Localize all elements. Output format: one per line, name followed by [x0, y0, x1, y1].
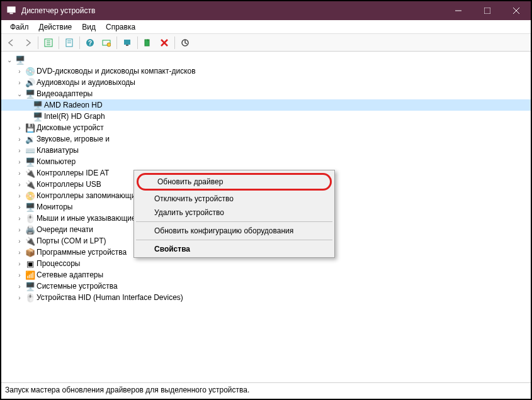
device-label: Intel(R) HD Graph	[44, 112, 105, 121]
chevron-right-icon[interactable]: ›	[15, 123, 24, 132]
chevron-right-icon[interactable]: ›	[15, 259, 24, 268]
chevron-right-icon[interactable]: ›	[15, 214, 24, 223]
category-label: Видеоадаптеры	[37, 89, 93, 98]
toolbar: ?	[1, 34, 531, 52]
show-hide-tree-button[interactable]	[41, 35, 56, 50]
category-label: Процессоры	[37, 259, 81, 268]
category-label: Системные устройства	[37, 282, 118, 291]
menu-view[interactable]: Вид	[77, 21, 101, 33]
keyboard-icon: ⌨️	[25, 145, 35, 155]
chevron-right-icon[interactable]: ›	[15, 180, 24, 189]
chevron-right-icon[interactable]: ›	[15, 203, 24, 211]
disk-icon: 💾	[25, 123, 35, 133]
chevron-right-icon[interactable]: ›	[15, 191, 24, 200]
chevron-right-icon[interactable]: ›	[15, 248, 24, 257]
tree-category-dvd[interactable]: ›💿DVD-дисководы и дисководы компакт-диск…	[1, 65, 531, 77]
chevron-down-icon[interactable]: ⌄	[5, 55, 14, 64]
tree-category-computer[interactable]: ›🖥️Компьютер	[1, 156, 531, 167]
category-label: Контроллеры USB	[37, 180, 101, 189]
uninstall-device-button[interactable]	[157, 35, 172, 50]
minimize-button[interactable]	[444, 1, 473, 20]
chevron-down-icon[interactable]: ⌄	[15, 89, 24, 98]
display-adapter-icon: 🖥️	[33, 111, 43, 121]
window-controls	[444, 1, 531, 20]
back-button[interactable]	[4, 35, 19, 50]
category-label: Клавиатуры	[37, 146, 79, 155]
chevron-right-icon[interactable]: ›	[15, 293, 24, 302]
category-label: DVD-дисководы и дисководы компакт-дисков	[37, 67, 196, 75]
tree-category-cpu[interactable]: ›▣Процессоры	[1, 258, 531, 269]
network-icon: 📶	[25, 270, 35, 280]
app-icon	[6, 6, 16, 16]
statusbar-text: Запуск мастера обновления драйверов для …	[5, 386, 249, 394]
usb-icon: 🔌	[25, 179, 35, 189]
tree-category-hid[interactable]: ›🖱️Устройства HID (Human Interface Devic…	[1, 292, 531, 303]
chevron-right-icon[interactable]: ›	[15, 169, 24, 177]
system-device-icon: 🖥️	[25, 281, 35, 291]
tree-category-audio[interactable]: ›🔊Аудиовходы и аудиовыходы	[1, 77, 531, 88]
context-menu: Обновить драйвер Отключить устройство Уд…	[133, 170, 335, 258]
chevron-right-icon[interactable]: ›	[15, 135, 24, 143]
software-device-icon: 📦	[25, 247, 35, 257]
hid-icon: 🖱️	[25, 292, 35, 303]
dvd-icon: 💿	[25, 66, 35, 76]
category-label: Устройства HID (Human Interface Devices)	[37, 293, 183, 302]
chevron-right-icon[interactable]: ›	[15, 67, 24, 75]
ctx-disable-device[interactable]: Отключить устройство	[135, 192, 333, 206]
chevron-right-icon[interactable]: ›	[15, 282, 24, 291]
tree-category-video[interactable]: ⌄🖥️Видеоадаптеры	[1, 88, 531, 99]
window-title: Диспетчер устройств	[21, 6, 444, 15]
sound-icon: 🔉	[25, 134, 35, 144]
properties-button[interactable]	[62, 35, 77, 50]
tree-category-sound[interactable]: ›🔉Звуковые, игровые и	[1, 133, 531, 145]
svg-rect-1	[9, 13, 13, 14]
tree-device-amd[interactable]: 🖥️AMD Radeon HD	[1, 99, 531, 111]
display-adapter-icon: 🖥️	[25, 89, 35, 99]
ctx-uninstall-device[interactable]: Удалить устройство	[135, 206, 333, 219]
monitor-icon: 🖥️	[25, 202, 35, 212]
mouse-icon: 🖱️	[25, 213, 35, 223]
ctx-separator	[136, 240, 332, 240]
chevron-right-icon[interactable]: ›	[15, 225, 24, 234]
ctx-update-driver[interactable]: Обновить драйвер	[137, 173, 332, 191]
category-label: Звуковые, игровые и	[37, 135, 110, 143]
tree-device-intel[interactable]: 🖥️Intel(R) HD Graph	[1, 111, 531, 122]
forward-button[interactable]	[20, 35, 35, 50]
computer-icon: 🖥️	[15, 55, 25, 65]
audio-icon: 🔊	[25, 77, 35, 87]
help-button[interactable]: ?	[82, 35, 98, 50]
maximize-button[interactable]	[473, 1, 502, 20]
refresh-icon-button[interactable]	[178, 35, 193, 50]
ctx-properties[interactable]: Свойства	[135, 242, 333, 256]
menu-help[interactable]: Справка	[101, 21, 140, 33]
chevron-right-icon[interactable]: ›	[15, 146, 24, 155]
category-label: Контроллеры IDE AT	[37, 169, 109, 177]
tree-category-system[interactable]: ›🖥️Системные устройства	[1, 281, 531, 292]
chevron-right-icon[interactable]: ›	[15, 157, 24, 166]
printer-icon: 🖨️	[25, 225, 35, 235]
tree-category-net[interactable]: ›📶Сетевые адаптеры	[1, 269, 531, 281]
chevron-right-icon[interactable]: ›	[15, 236, 24, 245]
statusbar: Запуск мастера обновления драйверов для …	[1, 382, 531, 396]
svg-text:?: ?	[88, 40, 92, 47]
update-driver-button[interactable]	[120, 35, 135, 50]
close-button[interactable]	[502, 1, 531, 20]
category-label: Порты (COM и LPT)	[37, 236, 106, 245]
disable-device-button[interactable]	[140, 35, 156, 50]
menu-action[interactable]: Действие	[34, 21, 77, 33]
titlebar: Диспетчер устройств	[1, 1, 531, 20]
device-label: AMD Radeon HD	[44, 101, 103, 109]
ctx-scan-hardware[interactable]: Обновить конфигурацию оборудования	[135, 224, 333, 238]
tree-category-keyboard[interactable]: ›⌨️Клавиатуры	[1, 145, 531, 156]
category-label: Дисковые устройст	[37, 123, 104, 132]
ide-controller-icon: 🔌	[25, 168, 35, 178]
scan-hardware-button[interactable]	[99, 35, 114, 50]
computer-icon: 🖥️	[25, 157, 35, 167]
chevron-right-icon[interactable]: ›	[15, 270, 24, 279]
tree-root[interactable]: ⌄ 🖥️	[1, 54, 531, 65]
cpu-icon: ▣	[25, 258, 35, 269]
chevron-right-icon[interactable]: ›	[15, 78, 24, 87]
tree-category-disk[interactable]: ›💾Дисковые устройст	[1, 122, 531, 133]
menu-file[interactable]: Файл	[5, 21, 34, 33]
svg-rect-18	[126, 45, 128, 46]
